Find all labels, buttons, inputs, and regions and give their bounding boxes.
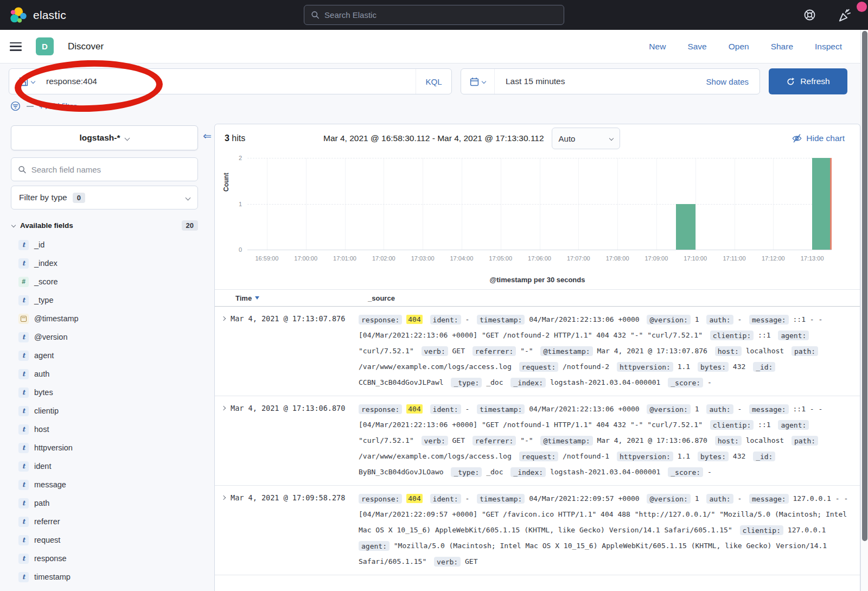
field-search-input[interactable]	[31, 165, 191, 174]
field-value: 1.1	[678, 363, 690, 371]
field-value: 04/Mar/2021:22:13:06 +0000	[529, 315, 640, 323]
hits-count: 3 hits	[225, 134, 323, 143]
filter-options-icon[interactable]	[10, 100, 21, 112]
field-item-auth[interactable]: tauth	[11, 365, 198, 383]
show-dates-button[interactable]: Show dates	[706, 77, 760, 86]
discover-app-badge[interactable]: D	[36, 37, 54, 55]
available-fields-count-badge: 20	[182, 220, 198, 231]
field-item-httpversion[interactable]: thttpversion	[11, 439, 198, 457]
chart-plot[interactable]: 16:59:0017:00:0017:01:0017:02:0017:03:00…	[247, 158, 832, 250]
field-search-box[interactable]	[11, 157, 198, 181]
hide-chart-button[interactable]: Hide chart	[792, 134, 845, 143]
interval-select[interactable]: Auto	[552, 128, 620, 149]
field-key-pill: @version:	[647, 404, 690, 414]
field-value: ByBN_3cB04dGovJLOawo	[359, 468, 444, 476]
field-value: -	[737, 405, 742, 413]
string-type-icon: t	[18, 498, 29, 509]
string-type-icon: t	[18, 517, 29, 527]
field-key-pill: message:	[749, 315, 789, 325]
expand-row-button[interactable]	[221, 406, 226, 410]
field-item-request[interactable]: trequest	[11, 531, 198, 549]
menu-new[interactable]: New	[649, 42, 666, 52]
field-item-timestamp[interactable]: ttimestamp	[11, 568, 198, 586]
x-tick-label: 16:59:00	[255, 255, 278, 262]
collapse-sidebar-icon[interactable]: ⇐	[203, 131, 212, 141]
field-value: -	[737, 494, 742, 503]
field-value: 432	[733, 452, 745, 460]
query-language-button[interactable]: KQL	[416, 69, 451, 94]
global-search-input[interactable]	[324, 10, 557, 20]
expand-row-button[interactable]	[221, 495, 226, 500]
chevron-down-icon	[11, 223, 16, 227]
field-name: @timestamp	[34, 314, 79, 323]
field-value: /notfound-2	[563, 363, 609, 371]
field-item-agent[interactable]: tagent	[11, 346, 198, 365]
field-item-ident[interactable]: tident	[11, 457, 198, 475]
field-item-_type[interactable]: t_type	[11, 291, 198, 309]
field-value: -	[465, 315, 469, 323]
column-header-time[interactable]: Time	[235, 294, 368, 302]
menu-share[interactable]: Share	[771, 42, 793, 52]
field-name: _type	[34, 296, 53, 304]
date-quick-menu-button[interactable]	[461, 69, 495, 94]
field-key-pill: _score:	[668, 378, 703, 387]
help-icon[interactable]	[802, 8, 817, 22]
field-item-host[interactable]: thost	[11, 420, 198, 439]
news-alerts-icon[interactable]	[837, 8, 852, 23]
expand-row-button[interactable]	[221, 316, 226, 321]
field-item-@timestamp[interactable]: @timestamp	[11, 309, 198, 328]
elastic-brand[interactable]: elastic	[10, 7, 66, 24]
query-bar: KQL	[9, 68, 452, 94]
menu-hamburger-icon[interactable]	[10, 42, 22, 51]
string-type-icon: t	[18, 387, 29, 398]
field-item-referrer[interactable]: treferrer	[11, 512, 198, 531]
field-value: 1	[695, 405, 699, 413]
field-item-_score[interactable]: #_score	[11, 272, 198, 291]
page-scrollbar-thumb[interactable]	[862, 31, 867, 541]
time-range-value[interactable]: Last 15 minutes	[495, 77, 565, 86]
field-item-_id[interactable]: t_id	[11, 236, 198, 254]
source-cell: response: 404 ident: - timestamp: 04/Mar…	[359, 312, 851, 390]
field-key-pill: _id:	[753, 362, 775, 372]
string-type-icon: t	[18, 406, 29, 416]
field-item-@version[interactable]: t@version	[11, 328, 198, 346]
available-fields-toggle[interactable]: Available fields 20	[11, 216, 198, 234]
field-item-message[interactable]: tmessage	[11, 475, 198, 494]
field-name: request	[34, 536, 60, 544]
index-pattern-select[interactable]: logstash-*	[11, 125, 198, 150]
histogram-bar	[676, 204, 695, 250]
field-key-pill: path:	[792, 346, 818, 356]
field-value: localhost	[746, 436, 784, 444]
field-key-pill: ident:	[430, 404, 461, 414]
field-item-response[interactable]: tresponse	[11, 549, 198, 568]
global-search-box[interactable]	[304, 5, 564, 25]
field-key-pill: _index:	[510, 467, 546, 477]
saved-query-menu-button[interactable]	[9, 69, 44, 94]
field-key-pill: clientip:	[740, 525, 783, 535]
string-type-icon: t	[18, 480, 29, 490]
index-pattern-label: logstash-*	[80, 133, 120, 143]
notification-dot	[857, 2, 867, 12]
table-row: Mar 4, 2021 @ 17:13:07.876response: 404 …	[215, 307, 860, 396]
menu-inspect[interactable]: Inspect	[815, 42, 842, 52]
app-toolbar: D Discover NewSaveOpenShareInspect	[0, 30, 868, 63]
fields-sidebar: ⇐ logstash-* Filter by type 0 Available …	[0, 122, 214, 591]
field-item-_index[interactable]: t_index	[11, 254, 198, 272]
x-tick-label: 17:13:00	[801, 255, 824, 262]
field-item-clientip[interactable]: tclientip	[11, 402, 198, 420]
menu-save[interactable]: Save	[687, 42, 706, 52]
field-name: bytes	[34, 388, 53, 397]
field-item-bytes[interactable]: tbytes	[11, 383, 198, 402]
field-name: _score	[34, 277, 58, 286]
query-input[interactable]	[44, 69, 416, 94]
add-filter-button[interactable]: + Add filter	[39, 102, 76, 111]
field-value: -	[737, 315, 742, 323]
refresh-button[interactable]: Refresh	[769, 68, 847, 94]
field-value: -	[707, 378, 712, 386]
menu-open[interactable]: Open	[729, 42, 749, 52]
field-item-path[interactable]: tpath	[11, 494, 198, 512]
string-type-icon: t	[18, 295, 29, 306]
field-key-pill: httpversion:	[617, 452, 673, 461]
filter-by-type-button[interactable]: Filter by type 0	[11, 186, 198, 209]
field-key-pill: message:	[749, 494, 789, 504]
